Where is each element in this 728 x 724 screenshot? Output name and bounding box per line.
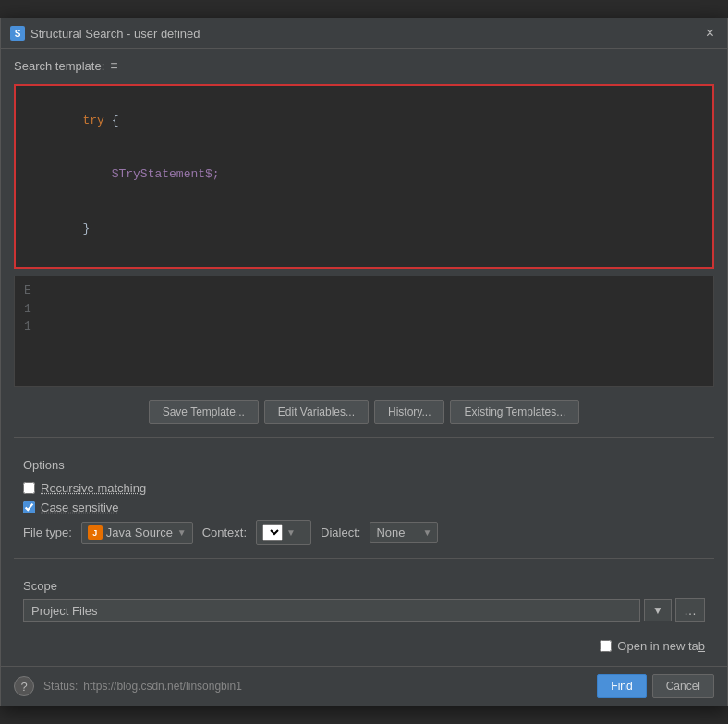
code-token: try bbox=[82, 114, 103, 127]
editor-extended[interactable]: E 1 1 bbox=[14, 276, 714, 387]
existing-templates-button[interactable]: Existing Templates... bbox=[450, 400, 579, 424]
structural-search-dialog: S Structural Search - user defined × Sea… bbox=[0, 18, 728, 706]
template-icon: ≡ bbox=[110, 58, 117, 73]
bottom-bar: ? Status: https://blog.csdn.net/linsongb… bbox=[1, 666, 727, 706]
context-select-wrapper[interactable]: ▼ bbox=[256, 520, 311, 545]
cancel-button[interactable]: Cancel bbox=[652, 674, 714, 698]
context-select[interactable] bbox=[262, 524, 283, 541]
file-type-select[interactable]: Java Source XML HTML JavaScript bbox=[106, 525, 174, 539]
line-numbers: E 1 1 bbox=[18, 280, 37, 338]
search-template-label-row: Search template: ≡ bbox=[14, 58, 714, 73]
dialect-select-wrapper[interactable]: None Java 8 Java 11 Java 17 ▼ bbox=[370, 522, 438, 543]
open-new-tab-label[interactable]: Open in new tab bbox=[617, 639, 705, 653]
code-editor[interactable]: try { $TryStatement$; } catch($Exception… bbox=[14, 84, 714, 269]
file-type-dropdown-arrow: ▼ bbox=[177, 527, 187, 537]
options-section-label: Options bbox=[23, 454, 705, 474]
file-type-select-wrapper[interactable]: J Java Source XML HTML JavaScript ▼ bbox=[81, 522, 193, 544]
case-sensitive-checkbox[interactable] bbox=[23, 501, 35, 513]
dialog-body: Search template: ≡ try { $TryStatement$;… bbox=[1, 49, 727, 666]
code-token: $TryStatement$; bbox=[82, 167, 219, 181]
help-button[interactable]: ? bbox=[14, 676, 34, 696]
scope-dropdown-button[interactable]: ▼ bbox=[644, 599, 672, 621]
status-label: Status: bbox=[43, 680, 78, 693]
code-line-4 bbox=[25, 256, 703, 270]
status-url: https://blog.csdn.net/linsongbin1 bbox=[83, 680, 241, 693]
case-sensitive-row: Case sensitive bbox=[23, 501, 705, 514]
dialog-title: Structural Search - user defined bbox=[30, 27, 200, 41]
code-token: } bbox=[82, 222, 90, 235]
scope-section-label: Scope bbox=[23, 575, 705, 595]
scope-row: Project Files Module Files Directory Who… bbox=[23, 598, 705, 622]
dialog-icon: S bbox=[10, 26, 25, 41]
edit-variables-button[interactable]: Edit Variables... bbox=[264, 400, 369, 424]
java-icon: J bbox=[88, 525, 103, 540]
scope-section: Scope Project Files Module Files Directo… bbox=[14, 570, 714, 628]
code-line-1: try { bbox=[25, 93, 703, 148]
save-template-button[interactable]: Save Template... bbox=[149, 400, 259, 424]
divider-options bbox=[14, 437, 714, 438]
recursive-matching-checkbox[interactable] bbox=[23, 482, 35, 494]
search-template-label: Search template: bbox=[14, 59, 104, 73]
history-button[interactable]: History... bbox=[374, 400, 444, 424]
recursive-matching-row: Recursive matching bbox=[23, 481, 705, 495]
scope-select[interactable]: Project Files Module Files Directory Who… bbox=[23, 599, 640, 622]
action-buttons: Find Cancel bbox=[597, 674, 714, 698]
close-button[interactable]: × bbox=[702, 24, 718, 42]
title-bar: S Structural Search - user defined × bbox=[1, 18, 727, 49]
title-bar-left: S Structural Search - user defined bbox=[10, 26, 200, 41]
case-sensitive-label[interactable]: Case sensitive bbox=[41, 501, 119, 514]
dialect-select[interactable]: None Java 8 Java 11 Java 17 bbox=[376, 525, 419, 539]
file-type-label: File type: bbox=[23, 525, 72, 539]
context-label: Context: bbox=[202, 525, 247, 539]
open-new-tab-checkbox[interactable] bbox=[600, 640, 612, 652]
divider-scope bbox=[14, 558, 714, 559]
code-line-3: } bbox=[25, 201, 703, 256]
context-dropdown-arrow: ▼ bbox=[286, 527, 296, 537]
file-type-row: File type: J Java Source XML HTML JavaSc… bbox=[23, 520, 705, 545]
recursive-matching-label[interactable]: Recursive matching bbox=[41, 481, 146, 495]
dialect-dropdown-arrow: ▼ bbox=[422, 527, 431, 537]
code-line-2: $TryStatement$; bbox=[25, 148, 703, 202]
code-token: { bbox=[104, 114, 119, 127]
new-tab-row: Open in new tab bbox=[14, 635, 714, 657]
new-tab-underline: b bbox=[698, 639, 705, 653]
find-button[interactable]: Find bbox=[597, 674, 646, 698]
toolbar: Save Template... Edit Variables... Histo… bbox=[14, 394, 714, 429]
scope-dots-button[interactable]: … bbox=[675, 598, 705, 622]
status-bar: Status: https://blog.csdn.net/linsongbin… bbox=[34, 680, 597, 693]
options-section: Options Recursive matching Case sensitiv… bbox=[14, 449, 714, 550]
dialect-label: Dialect: bbox=[321, 525, 360, 539]
